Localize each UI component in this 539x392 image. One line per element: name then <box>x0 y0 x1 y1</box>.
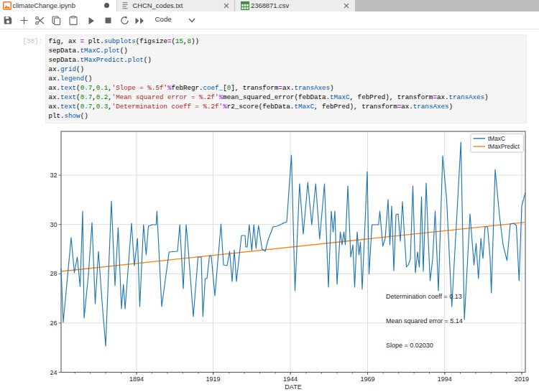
svg-text:tMaxC: tMaxC <box>488 135 505 142</box>
svg-text:32: 32 <box>50 172 57 179</box>
svg-text:30: 30 <box>50 221 57 228</box>
svg-text:2019: 2019 <box>515 375 529 383</box>
svg-text:1894: 1894 <box>129 375 144 383</box>
svg-text:1994: 1994 <box>438 375 452 383</box>
svg-text:Mean squared error = 5.14: Mean squared error = 5.14 <box>386 317 463 325</box>
svg-text:1969: 1969 <box>360 375 374 383</box>
svg-text:Determination coeff = 0.13: Determination coeff = 0.13 <box>386 293 462 300</box>
svg-text:1919: 1919 <box>206 375 220 383</box>
svg-text:Slope = 0.02030: Slope = 0.02030 <box>386 342 433 349</box>
svg-text:tMaxPredict: tMaxPredict <box>488 143 520 150</box>
svg-text:DATE: DATE <box>285 383 301 391</box>
svg-text:24: 24 <box>50 369 57 376</box>
svg-text:1944: 1944 <box>283 375 298 383</box>
svg-text:26: 26 <box>50 319 57 327</box>
svg-text:28: 28 <box>50 270 57 277</box>
